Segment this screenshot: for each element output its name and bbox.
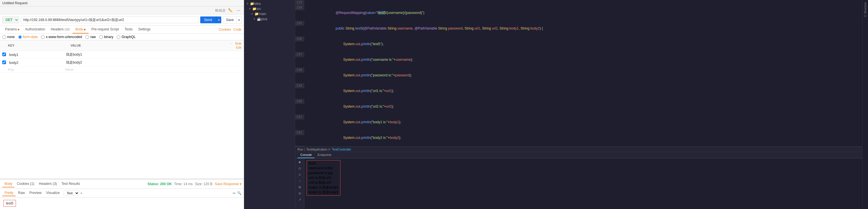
run-label[interactable]: Run: [298, 148, 303, 151]
row2-checkbox[interactable]: [2, 61, 6, 64]
console-line-6: body2 is:我是body2: [309, 190, 338, 195]
empty-row: Key Value: [0, 67, 244, 73]
status-ok: Status: 200 OK: [148, 182, 172, 186]
save-dropdown[interactable]: ▾: [237, 16, 242, 24]
resp-tab-test-results[interactable]: Test Results: [59, 181, 82, 187]
console-icon-6[interactable]: ⊖: [297, 191, 302, 196]
table-row: body2 我是body2: [0, 59, 244, 67]
row2-value: 我是body2: [65, 60, 224, 66]
body-binary-option[interactable]: binary: [99, 35, 114, 39]
value-column-header: VALUE: [70, 44, 224, 47]
save-button[interactable]: Save: [223, 16, 237, 24]
tab-settings[interactable]: Settings: [135, 26, 153, 34]
structure-label[interactable]: 2: Structure: [864, 2, 867, 17]
endpoints-tab[interactable]: Endpoints: [315, 152, 334, 158]
resp-subtab-visualize[interactable]: Visualize: [44, 190, 62, 196]
share-icon[interactable]: ⋯: [236, 8, 242, 13]
save-response[interactable]: Save Response ▾: [215, 182, 242, 186]
send-button[interactable]: Send: [200, 16, 216, 23]
cookies-link[interactable]: Cookies: [219, 28, 231, 32]
row1-value: 我是body1: [65, 52, 224, 58]
more-options[interactable]: ···: [230, 41, 232, 45]
key-placeholder: Key: [8, 68, 14, 72]
status-size: Size: 120 B: [195, 182, 212, 186]
console-icon-2[interactable]: ⊙: [297, 166, 302, 171]
tree-label: idea: [254, 2, 261, 6]
word-wrap-icon[interactable]: ⇔: [232, 191, 236, 195]
send-dropdown[interactable]: ▾: [216, 16, 221, 23]
tree-label: src: [256, 7, 261, 11]
code-line-141: 141 System.out.println("body1 is:"+body1…: [295, 114, 862, 130]
folder-icon: 📁: [250, 2, 254, 6]
folder-icon: 📁: [254, 12, 259, 16]
status-time: Time: 14 ms: [174, 182, 193, 186]
resp-tab-body[interactable]: Body: [2, 181, 14, 187]
build-label: BUILD: [215, 8, 225, 12]
tab-params[interactable]: Params: [2, 26, 22, 34]
console-icon-7[interactable]: ↗: [297, 197, 302, 202]
body-none-option[interactable]: none: [2, 35, 15, 39]
resp-tab-headers[interactable]: Headers (3): [37, 181, 59, 187]
tree-label: java: [261, 17, 267, 21]
body-raw-option[interactable]: raw: [85, 35, 96, 39]
code-line-136: 136 System.out.println("test5");: [295, 36, 862, 52]
resp-tab-cookies[interactable]: Cookies (1): [14, 181, 36, 187]
tree-item-idea[interactable]: ▼📁 idea: [244, 1, 295, 6]
console-line-3: url1 is:我是url1: [309, 175, 338, 180]
value-placeholder: Value: [65, 68, 73, 72]
code-line-138: 138 System.out.println("password is:"+pa…: [295, 68, 862, 83]
test-controller[interactable]: TestController: [332, 148, 351, 151]
tree-label: main: [259, 12, 266, 16]
folder-icon: 📁: [252, 7, 256, 11]
code-link[interactable]: Code: [233, 28, 242, 32]
row2-key: body2: [8, 60, 65, 65]
console-icon-4[interactable]: ↕: [297, 178, 302, 183]
body-formdata-option[interactable]: form-data: [18, 35, 37, 39]
code-line-142: 142 System.out.println("body2 is:"+body2…: [295, 130, 862, 146]
code-line-133: 133: [295, 0, 862, 5]
search-resp-icon[interactable]: 🔍: [237, 191, 242, 195]
url-input[interactable]: [21, 16, 198, 23]
console-line-1: username is:tao: [309, 166, 338, 171]
code-line-134: 134 @RequestMapping(value="/test5/{usern…: [295, 5, 862, 21]
test-application[interactable]: TestApplication: [306, 148, 327, 151]
tab-body[interactable]: Body: [72, 26, 88, 34]
app-title: Untitled Request: [2, 1, 242, 5]
console-line-2: password is:yyy: [309, 171, 338, 175]
body-graphql-option[interactable]: GraphQL: [117, 35, 135, 39]
console-line-4: url2 is:我是url2: [309, 180, 338, 185]
tab-headers[interactable]: Headers (10): [48, 26, 72, 34]
row1-key: body1: [8, 52, 65, 57]
key-column-header: KEY: [8, 44, 70, 47]
row1-checkbox[interactable]: [2, 53, 6, 56]
response-body-area: test5: [0, 198, 244, 209]
tab-prerequest[interactable]: Pre-request Script: [88, 26, 122, 34]
resp-subtab-raw[interactable]: Raw: [16, 190, 27, 196]
tab-tests[interactable]: Tests: [122, 26, 135, 34]
console-tab[interactable]: Console: [298, 152, 315, 158]
bulk-edit[interactable]: Bulk Edit: [236, 42, 242, 49]
method-select[interactable]: GET: [2, 16, 19, 23]
body-urlencoded-option[interactable]: x-www-form-urlencoded: [41, 35, 82, 39]
console-icon-5[interactable]: ⊕: [297, 184, 302, 190]
table-row: body1 我是body1: [0, 51, 244, 59]
code-line-135: 135 public String test5(@PathVariable St…: [295, 21, 862, 36]
resp-subtab-preview[interactable]: Preview: [27, 190, 44, 196]
code-line-137: 137 System.out.println("username is:"+us…: [295, 52, 862, 68]
format-select[interactable]: Text: [64, 190, 79, 196]
tree-item-java[interactable]: ▼☕ java: [244, 16, 295, 22]
tree-item-src[interactable]: ▼📁 src: [244, 6, 295, 11]
console-icon-3[interactable]: ≡: [297, 172, 302, 177]
response-body-text: test5: [6, 201, 13, 205]
tree-item-main[interactable]: ▼📁 main: [244, 11, 295, 16]
edit-icon[interactable]: ✏️: [227, 8, 234, 13]
code-line-139: 139 System.out.println("url1 is:"+url1);: [295, 83, 862, 99]
tab-authorization[interactable]: Authorization: [22, 26, 48, 34]
console-line-0: test5: [309, 161, 338, 166]
file-icon: ☕: [257, 17, 261, 21]
code-line-140: 140 System.out.println("url2 is:"+url2);: [295, 99, 862, 114]
resp-subtab-pretty[interactable]: Pretty: [2, 190, 16, 196]
console-line-5: body1 is:我是body1: [309, 185, 338, 190]
console-icon-1[interactable]: ■: [297, 160, 302, 165]
